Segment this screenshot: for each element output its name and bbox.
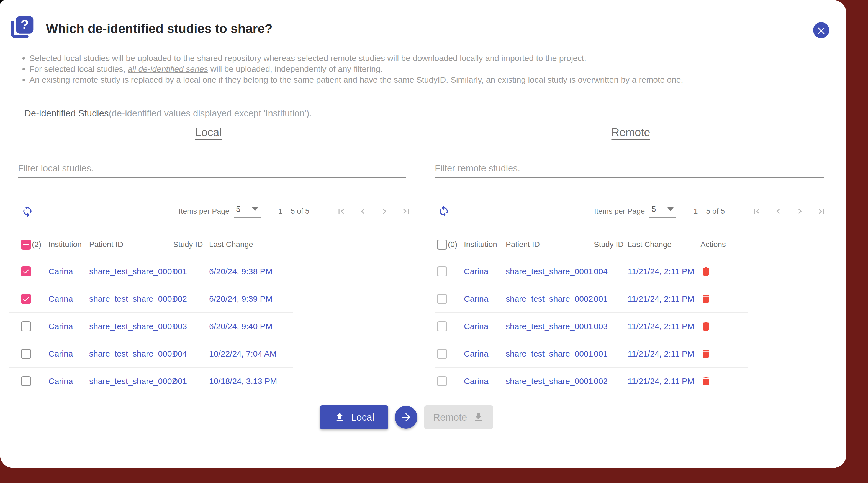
svg-text:?: ? [21,17,29,32]
previous-page-button[interactable] [358,206,368,217]
chevron-left-icon [773,206,783,217]
row-checkbox[interactable] [437,294,447,304]
cell-patient-id: share_test_share_0001 [506,322,594,331]
delete-study-button[interactable] [701,293,712,305]
select-all-checkbox[interactable] [437,239,447,250]
row-checkbox[interactable] [437,266,447,277]
table-row: Carina share_test_share_0002 001 10/18/2… [9,368,293,395]
table-row: Carina share_test_share_0001 003 6/20/24… [9,313,293,340]
cell-patient-id: share_test_share_0001 [506,267,594,276]
next-page-button[interactable] [379,206,390,217]
cell-study-id: 001 [173,267,209,276]
cell-patient-id: share_test_share_0002 [506,294,594,304]
first-page-button[interactable] [751,206,762,217]
cell-institution: Carina [49,294,89,304]
remote-panel-title: Remote [435,126,827,139]
transfer-arrow-button[interactable] [395,406,417,429]
cell-institution: Carina [49,349,89,359]
row-checkbox[interactable] [21,349,31,359]
cell-last-change: 11/21/24, 2:11 PM [628,322,701,331]
cell-last-change: 10/22/24, 7:04 AM [209,349,293,359]
cell-study-id: 002 [594,376,628,386]
local-paginator: Items per Page 5 1 – 5 of 5 [11,199,411,224]
refresh-button[interactable] [21,205,33,217]
last-page-icon [816,206,827,217]
items-per-page-label: Items per Page [594,207,645,216]
previous-page-button[interactable] [773,206,783,217]
next-page-button[interactable] [795,206,805,217]
chevron-right-icon [379,206,390,217]
cell-institution: Carina [464,322,506,331]
row-checkbox[interactable] [437,321,447,331]
row-checkbox[interactable] [21,321,31,331]
selected-count: (2) [32,240,41,249]
refresh-button[interactable] [438,205,450,217]
note-item: Selected local studies will be uploaded … [29,53,816,63]
cell-study-id: 003 [594,322,628,331]
download-icon [472,411,484,423]
row-checkbox[interactable] [21,266,31,277]
arrow-right-icon [400,411,412,424]
local-filter-input[interactable] [18,160,406,178]
selected-count: (0) [448,240,457,249]
cell-patient-id: share_test_share_0001 [89,267,173,276]
last-page-button[interactable] [816,206,827,217]
emphasized-text: all de-identified series [128,64,208,74]
delete-study-button[interactable] [701,321,712,332]
items-per-page-label: Items per Page [179,207,229,216]
column-header-institution: Institution [464,240,506,249]
row-checkbox[interactable] [437,349,447,359]
first-page-button[interactable] [336,206,346,217]
delete-study-button[interactable] [701,376,712,387]
select-all-checkbox[interactable] [21,239,31,250]
trash-icon [701,266,712,277]
last-page-icon [401,206,411,217]
trash-icon [701,348,712,359]
close-icon [816,25,826,35]
column-header-last-change: Last Change [209,240,293,249]
column-header-study-id: Study ID [594,240,628,249]
table-row: Carina share_test_share_0001 002 6/20/24… [9,285,293,313]
cell-study-id: 004 [173,349,209,359]
row-checkbox[interactable] [21,294,31,304]
upload-local-button[interactable]: Local [320,405,388,429]
local-panel-title: Local [5,126,411,139]
cell-last-change: 10/18/24, 3:13 PM [209,376,293,386]
chevron-right-icon [795,206,805,217]
note-item: An existing remote study is replaced by … [29,74,816,85]
row-checkbox[interactable] [437,376,447,386]
row-checkbox[interactable] [21,376,31,386]
page-size-select[interactable]: 5 [234,205,261,218]
cell-study-id: 001 [594,294,628,304]
column-header-study-id: Study ID [173,240,209,249]
table-header-row: (2) Institution Patient ID Study ID Last… [9,231,293,258]
dialog-title: Which de-identified studies to share? [46,21,273,36]
cell-institution: Carina [49,376,89,386]
download-remote-button[interactable]: Remote [424,405,493,429]
remote-studies-table: (0) Institution Patient ID Study ID Last… [435,231,748,395]
first-page-icon [751,206,762,217]
table-row: Carina share_test_share_0002 001 11/21/2… [435,285,748,313]
chevron-left-icon [358,206,368,217]
remote-filter-input[interactable] [435,160,824,178]
refresh-icon [438,205,450,217]
last-page-button[interactable] [401,206,411,217]
page-size-select[interactable]: 5 [649,205,676,218]
cell-patient-id: share_test_share_0001 [89,294,173,304]
trash-icon [701,293,712,305]
cell-last-change: 11/21/24, 2:11 PM [628,267,701,276]
cell-institution: Carina [49,267,89,276]
table-row: Carina share_test_share_0001 001 11/21/2… [435,340,748,368]
delete-study-button[interactable] [701,266,712,277]
close-button[interactable] [813,22,829,38]
cell-patient-id: share_test_share_0001 [506,349,594,359]
delete-study-button[interactable] [701,348,712,359]
cell-institution: Carina [464,349,506,359]
cell-study-id: 003 [173,322,209,331]
upload-icon [334,411,346,423]
cell-study-id: 004 [594,267,628,276]
cell-last-change: 11/21/24, 2:11 PM [628,294,701,304]
table-row: Carina share_test_share_0001 002 11/21/2… [435,368,748,395]
cell-patient-id: share_test_share_0001 [89,322,173,331]
cell-study-id: 001 [594,349,628,359]
